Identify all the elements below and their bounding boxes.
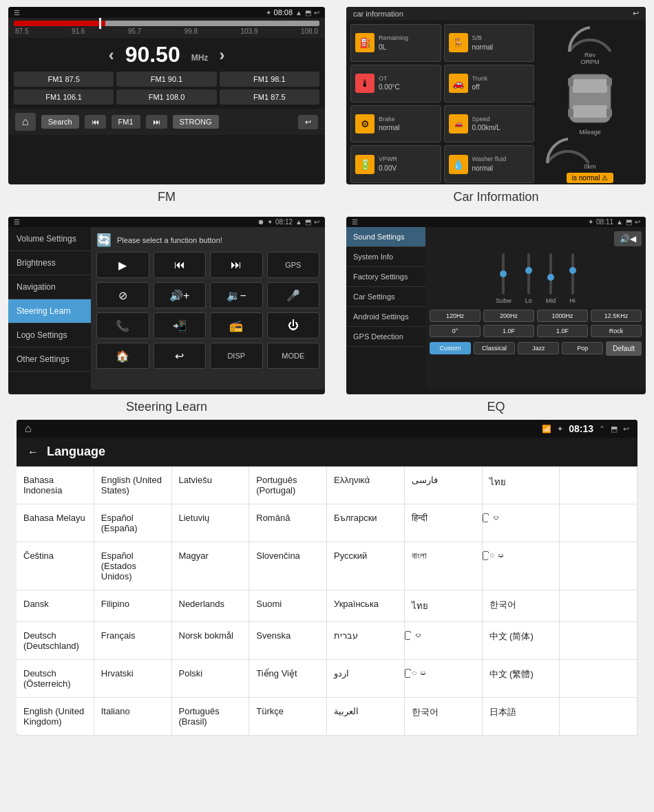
steering-gps-btn[interactable]: GPS [267,252,320,278]
fm-fm1-button[interactable]: FM1 [112,115,140,129]
steering-mode-btn[interactable]: MODE [267,343,320,369]
lang-deutsch-de[interactable]: Deutsch (Deutschland) [17,622,94,660]
eq-toggle-button[interactable]: 🔊◀ [614,231,642,246]
fm-prev-button[interactable]: ⏮ [85,115,106,129]
eq-track-subw[interactable] [502,253,505,295]
steering-sidebar-logo[interactable]: Logo Settings [8,323,91,348]
steering-undo-btn[interactable]: ↩ [154,343,207,369]
lang-deutsch-at[interactable]: Deutsch (Österreich) [17,660,94,698]
steering-sidebar-navigation[interactable]: Navigation [8,275,91,299]
steering-sidebar-steering[interactable]: Steering Learn [8,299,91,323]
eq-menu-icon[interactable]: ☰ [352,218,358,226]
eq-sidebar-gps[interactable]: GPS Detection [346,327,425,347]
steering-sidebar-brightness[interactable]: Brightness [8,251,91,275]
lang-nederlands[interactable]: Nederlands [172,590,250,622]
fm-menu-icon[interactable]: ☰ [14,9,20,17]
steering-phone2-btn[interactable]: 📲 [154,312,207,339]
steering-vol-up-btn[interactable]: 🔊+ [154,282,207,308]
eq-freq-12500[interactable]: 12.5KHz [591,310,642,322]
steering-power-btn[interactable]: ⏻ [267,312,320,339]
lang-home-icon[interactable]: ⌂ [25,423,32,435]
lang-espanol-us[interactable]: Español (Estados Unidos) [94,542,172,590]
lang-lietuviu[interactable]: Lietuvių [172,504,250,542]
eq-sidebar-system[interactable]: System Info [346,247,425,267]
lang-hindi[interactable]: हिन्दी [405,504,483,542]
lang-myanmar[interactable]: ြမ [483,542,560,590]
lang-japanese[interactable]: 日本語 [483,698,560,736]
fm-next-button[interactable]: ⏭ [146,115,167,129]
lang-bahasa-melayu[interactable]: Bahasa Melayu [17,504,94,542]
lang-hrvatski[interactable]: Hrvatski [94,660,172,698]
lang-hebrew[interactable]: עברית [327,622,405,660]
lang-svenska[interactable]: Svenska [249,622,327,660]
lang-chinese-simplified[interactable]: 中文 (简体) [483,622,560,660]
eq-back-icon[interactable]: ↩ [635,218,640,226]
lang-norsk[interactable]: Norsk bokmål [172,622,250,660]
steering-mute-btn[interactable]: ⊘ [96,282,149,308]
lang-korean[interactable]: 한국어 [483,590,560,622]
lang-thai-2[interactable]: ไทย [405,590,483,622]
eq-track-mid[interactable] [549,253,552,295]
lang-bahasa-indonesia[interactable]: Bahasa Indonesia [17,467,94,504]
eq-freq-1000[interactable]: 1000Hz [537,310,588,322]
eq-sidebar-sound[interactable]: Sound Settings [346,227,425,247]
lang-thai[interactable]: ไทย [483,467,560,504]
eq-track-lo[interactable] [527,253,530,295]
steering-prev-btn[interactable]: ⏮ [154,252,207,278]
fm-next-arrow[interactable]: › [219,45,224,65]
lang-filipino[interactable]: Filipino [94,590,172,622]
eq-val-rock[interactable]: Rock [591,325,642,337]
lang-english-uk[interactable]: English (United Kingdom) [17,698,94,736]
lang-back-icon[interactable]: ↩ [623,425,629,434]
steering-next-btn[interactable]: ⏭ [210,252,263,278]
lang-slovencina[interactable]: Slovenčina [249,542,327,590]
fm-home-button[interactable]: ⌂ [15,113,36,131]
lang-cestina[interactable]: Čeština [17,542,94,590]
fm-preset-1[interactable]: FM1 87.5 [14,72,114,87]
steering-home-btn[interactable]: 🏠 [96,343,149,369]
eq-sidebar-android[interactable]: Android Settings [346,307,425,327]
eq-sidebar-factory[interactable]: Factory Settings [346,267,425,287]
lang-polski[interactable]: Polski [172,660,250,698]
fm-strong-button[interactable]: STRONG [173,115,219,129]
lang-bengali[interactable]: বাংলা [405,542,483,590]
eq-val-1f2[interactable]: 1.0F [537,325,588,337]
eq-freq-200[interactable]: 200Hz [483,310,534,322]
fm-prev-arrow[interactable]: ‹ [109,45,114,65]
fm-search-button[interactable]: Search [41,115,79,129]
lang-magyar[interactable]: Magyar [172,542,250,590]
lang-portugues-pt[interactable]: Português (Portugal) [249,467,327,504]
lang-italiano[interactable]: Italiano [94,698,172,736]
lang-dansk[interactable]: Dansk [17,590,94,622]
eq-track-hi[interactable] [571,253,574,295]
car-back-icon[interactable]: ↩ [633,9,639,18]
lang-turkce[interactable]: Türkçe [249,698,327,736]
eq-val-1f[interactable]: 1.0F [483,325,534,337]
lang-espanol-es[interactable]: Español (España) [94,504,172,542]
lang-arabic[interactable]: العربية [327,698,405,736]
lang-russian[interactable]: Русский [327,542,405,590]
fm-preset-5[interactable]: FM1 108.0 [116,89,216,105]
fm-slider-bar[interactable] [14,21,319,26]
eq-freq-120[interactable]: 120Hz [430,310,481,322]
lang-chinese-traditional[interactable]: 中文 (繁體) [483,660,560,698]
eq-mode-jazz[interactable]: Jazz [518,342,559,354]
fm-preset-4[interactable]: FM1 106.1 [14,89,114,105]
eq-mode-pop[interactable]: Pop [562,342,603,354]
steering-sidebar-other[interactable]: Other Settings [8,348,91,372]
lang-tieng-viet[interactable]: Tiếng Việt [249,660,327,698]
lang-suomi[interactable]: Suomi [249,590,327,622]
lang-greek[interactable]: Ελληνικά [327,467,405,504]
steering-vol-down-btn[interactable]: 🔉− [210,282,263,308]
lang-bulgarian[interactable]: Български [327,504,405,542]
eq-mode-custom[interactable]: Custom [430,342,471,354]
fm-preset-6[interactable]: FM1 87.5 [220,89,319,105]
lang-korean-2[interactable]: 한국어 [405,698,483,736]
eq-default-button[interactable]: Default [606,341,642,356]
eq-val-0[interactable]: 0° [430,325,481,337]
lang-burmese[interactable]: ပြ [483,504,560,542]
fm-preset-2[interactable]: FM1 90.1 [116,72,216,87]
steering-disp-btn[interactable]: DISP [210,343,263,369]
steering-radio-btn[interactable]: 📻 [210,312,263,339]
steering-phone-btn[interactable]: 📞 [96,312,149,339]
